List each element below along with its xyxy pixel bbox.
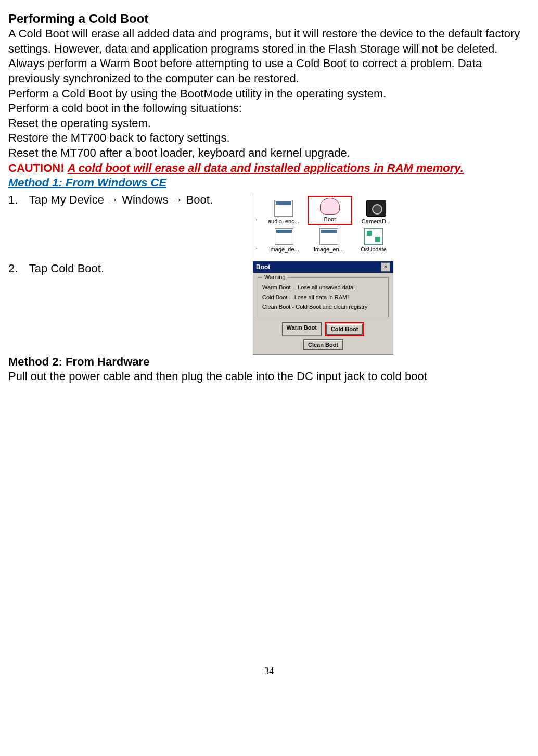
method1-title: Method 1: From Windows CE: [8, 175, 530, 191]
step-1-row: 1. Tap My Device → Windows → Boot. . aud…: [8, 193, 530, 260]
cold-boot-highlight: Cold Boot: [325, 322, 365, 336]
warm-boot-button[interactable]: Warm Boot: [282, 322, 322, 336]
icon-label-image-de: image_de...: [269, 246, 299, 253]
step-1-instruction: Tap My Device → Windows → Boot.: [29, 193, 213, 206]
icon-image-en[interactable]: image_en...: [309, 228, 349, 253]
dialog-titlebar: Boot ×: [253, 261, 393, 273]
icon-label-boot: Boot: [324, 216, 336, 223]
method2-title: Method 2: From Hardware: [8, 355, 530, 370]
close-icon[interactable]: ×: [381, 262, 390, 272]
situation-3: Reset the MT700 after a boot loader, key…: [8, 146, 530, 161]
icon-label-image-en: image_en...: [314, 246, 343, 253]
step-2-instruction: Tap Cold Boot.: [29, 262, 104, 275]
hand-icon: [320, 198, 340, 215]
icon-camerad[interactable]: CameraD...: [356, 200, 396, 225]
method2-text: Pull out the power cable and then plug t…: [8, 369, 530, 384]
icon-audio-enc[interactable]: audio_enc...: [264, 200, 303, 225]
cold-boot-button[interactable]: Cold Boot: [326, 324, 363, 334]
caution-line: CAUTION! A cold boot will erase all data…: [8, 161, 530, 176]
dialog-title-text: Boot: [256, 263, 270, 272]
boot-icon-highlight: Boot: [308, 196, 352, 225]
situation-2: Restore the MT700 back to factory settin…: [8, 131, 530, 146]
icon-osupdate[interactable]: OsUpdate: [353, 228, 394, 253]
paragraph-advice: Always perform a Warm Boot before attemp…: [8, 56, 530, 86]
ellipsis-dot: .: [255, 243, 260, 254]
window-icon: [274, 200, 293, 217]
clean-boot-button[interactable]: Clean Boot: [303, 339, 343, 350]
dialog-button-row-1: Warm Boot Cold Boot: [258, 322, 389, 336]
warning-line-3: Clean Boot - Cold Boot and clean registr…: [262, 303, 384, 310]
icon-label-audio: audio_enc...: [268, 218, 299, 225]
page-number: 34: [8, 665, 530, 677]
caution-text: A cold boot will erase all data and inst…: [68, 161, 464, 174]
warning-fieldset: Warning Warm Boot -- Lose all unsaved da…: [258, 277, 389, 317]
warning-line-2: Cold Boot -- Lose all data in RAM!: [262, 294, 384, 301]
ellipsis-dot: .: [255, 215, 260, 225]
paragraph-how: Perform a Cold Boot by using the BootMod…: [8, 86, 530, 102]
step-2-number: 2.: [8, 261, 26, 276]
icon-label-osupdate: OsUpdate: [361, 246, 387, 253]
camera-icon: [366, 200, 386, 217]
step-2-row: 2. Tap Cold Boot. Boot × Warning Warm Bo…: [8, 261, 530, 354]
step-1-text: 1. Tap My Device → Windows → Boot.: [8, 193, 253, 208]
window-icon: [319, 228, 338, 245]
icon-boot[interactable]: Boot: [310, 198, 350, 223]
figure-boot-dialog: Boot × Warning Warm Boot -- Lose all uns…: [253, 261, 393, 354]
caution-label: CAUTION!: [8, 161, 65, 174]
icon-image-de[interactable]: image_de...: [264, 228, 304, 253]
fieldset-legend: Warning: [262, 273, 288, 281]
situation-1: Reset the operating system.: [8, 116, 530, 131]
network-icon: [364, 228, 383, 245]
warning-line-1: Warm Boot -- Lose all unsaved data!: [262, 284, 384, 291]
step-2-text: 2. Tap Cold Boot.: [8, 261, 253, 276]
step-1-number: 1.: [8, 193, 26, 208]
section-title: Performing a Cold Boot: [8, 10, 530, 27]
icon-label-camerad: CameraD...: [362, 218, 391, 225]
window-icon: [275, 228, 293, 245]
figure-file-browser: . audio_enc... Boot CameraD... . image_d…: [253, 193, 398, 260]
dialog-body: Warning Warm Boot -- Lose all unsaved da…: [253, 273, 393, 354]
paragraph-intro: A Cold Boot will erase all added data an…: [8, 27, 530, 56]
dialog-button-row-2: Clean Boot: [258, 339, 389, 350]
paragraph-when-intro: Perform a cold boot in the following sit…: [8, 101, 530, 116]
